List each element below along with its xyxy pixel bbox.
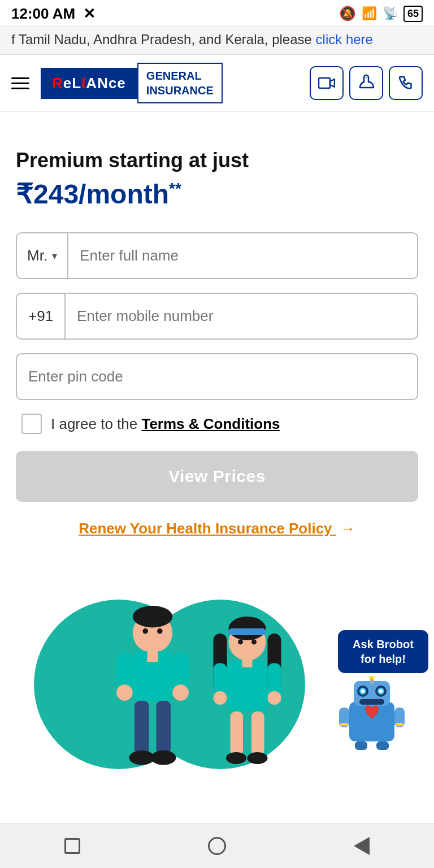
- agree-text: I agree to the: [51, 415, 141, 432]
- phone-input-wrapper: +91: [16, 293, 418, 340]
- svg-point-41: [361, 689, 364, 693]
- illustration-section: Ask Brobot for help!: [0, 577, 434, 769]
- svg-point-15: [151, 750, 176, 765]
- terms-checkbox[interactable]: [21, 414, 42, 434]
- renew-text: Renew Your Health Insurance Policy: [79, 520, 332, 537]
- nav-left: ReLIANce GENERALINSURANCE: [11, 63, 223, 103]
- nav-actions: [310, 66, 423, 100]
- terms-checkbox-row: I agree to the Terms & Conditions: [16, 414, 418, 434]
- svg-rect-20: [229, 628, 266, 635]
- svg-rect-0: [319, 78, 330, 88]
- brobot-bubble: Ask Brobot for help!: [338, 630, 428, 673]
- phone-form-group: +91: [16, 293, 418, 340]
- video-icon: [318, 76, 335, 90]
- price-text: ₹243/month: [16, 179, 169, 209]
- svg-rect-26: [268, 663, 281, 696]
- alert-text: f Tamil Nadu, Andhra Pradesh, and Kerala…: [11, 32, 316, 47]
- svg-rect-49: [396, 723, 403, 726]
- nav-home-button[interactable]: [200, 835, 234, 857]
- svg-point-22: [251, 640, 257, 645]
- renew-arrow-icon: →: [341, 520, 355, 537]
- nav-back-button[interactable]: [345, 835, 379, 857]
- touch-icon: [358, 74, 374, 92]
- mute-icon: 🔕: [339, 6, 356, 21]
- svg-point-28: [268, 691, 281, 705]
- reliance-logo: ReLIANce: [41, 68, 137, 99]
- svg-rect-24: [242, 659, 253, 667]
- male-character: [107, 605, 198, 769]
- svg-rect-13: [156, 701, 171, 755]
- name-prefix-dropdown[interactable]: Mr. ▾: [17, 233, 68, 278]
- svg-point-36: [369, 676, 375, 679]
- svg-point-5: [157, 628, 163, 634]
- call-icon: [398, 75, 414, 91]
- svg-rect-46: [355, 741, 367, 750]
- alert-banner: f Tamil Nadu, Andhra Pradesh, and Kerala…: [0, 25, 434, 55]
- navbar: ReLIANce GENERALINSURANCE: [0, 55, 434, 112]
- status-icons: 🔕 📶 📡 65: [339, 6, 423, 22]
- svg-point-4: [142, 628, 148, 634]
- click-here-link[interactable]: click here: [316, 32, 373, 47]
- chevron-down-icon: ▾: [52, 250, 57, 262]
- svg-rect-43: [359, 699, 384, 705]
- circle-icon: [208, 837, 226, 855]
- svg-rect-7: [147, 651, 158, 662]
- phone-prefix: +91: [17, 294, 66, 338]
- hamburger-menu[interactable]: [11, 77, 29, 89]
- spacer: [0, 112, 434, 125]
- main-content: Premium starting at just ₹243/month** Mr…: [0, 125, 434, 554]
- name-form-group: Mr. ▾: [16, 232, 418, 279]
- svg-point-10: [116, 684, 133, 701]
- brobot-icon: [338, 676, 406, 750]
- square-icon: [64, 838, 80, 854]
- terms-link[interactable]: Terms & Conditions: [141, 415, 280, 432]
- svg-rect-23: [227, 661, 268, 711]
- brobot-line2: for help!: [361, 653, 406, 665]
- svg-point-3: [133, 606, 172, 627]
- touch-button[interactable]: [349, 66, 383, 100]
- status-time: 12:00 AM: [11, 5, 75, 23]
- svg-rect-47: [376, 741, 389, 750]
- signal-icon: 📶: [362, 6, 377, 21]
- mobile-number-input[interactable]: [66, 294, 417, 338]
- back-icon: [354, 837, 370, 855]
- svg-rect-8: [116, 653, 133, 689]
- hamburger-line: [11, 88, 29, 89]
- terms-label: I agree to the Terms & Conditions: [51, 415, 280, 433]
- premium-price: ₹243/month**: [16, 178, 418, 210]
- x-icon: ✕: [83, 5, 96, 23]
- general-insurance-logo: GENERALINSURANCE: [137, 63, 223, 103]
- view-prices-button[interactable]: View Prices: [16, 451, 418, 502]
- svg-rect-30: [251, 711, 264, 756]
- premium-title: Premium starting at just: [16, 148, 418, 172]
- svg-point-11: [172, 684, 189, 701]
- bottom-spacer: [0, 769, 434, 814]
- name-input-wrapper: Mr. ▾: [16, 232, 418, 279]
- status-bar: 12:00 AM ✕ 🔕 📶 📡 65: [0, 0, 434, 25]
- svg-point-14: [129, 750, 154, 765]
- wifi-icon: 📡: [383, 6, 398, 21]
- svg-point-21: [238, 640, 243, 645]
- full-name-input[interactable]: [68, 233, 417, 278]
- svg-point-42: [379, 689, 383, 693]
- pincode-form-group: [16, 353, 418, 400]
- svg-rect-48: [340, 723, 348, 726]
- svg-rect-9: [172, 653, 189, 689]
- hamburger-line: [11, 83, 29, 84]
- svg-rect-25: [214, 663, 227, 696]
- prefix-label: Mr.: [27, 247, 47, 264]
- nav-square-button[interactable]: [55, 835, 89, 857]
- svg-point-32: [248, 752, 268, 764]
- svg-rect-12: [134, 701, 149, 755]
- pin-code-input[interactable]: [16, 353, 418, 400]
- battery-icon: 65: [403, 6, 423, 22]
- svg-point-27: [214, 691, 227, 705]
- bottom-nav: [0, 823, 434, 868]
- video-button[interactable]: [310, 66, 344, 100]
- brobot-container[interactable]: Ask Brobot for help!: [338, 630, 428, 752]
- call-button[interactable]: [389, 66, 423, 100]
- hamburger-line: [11, 77, 29, 79]
- svg-point-31: [226, 752, 246, 764]
- logo: ReLIANce GENERALINSURANCE: [41, 63, 223, 103]
- renew-link[interactable]: Renew Your Health Insurance Policy →: [16, 520, 418, 537]
